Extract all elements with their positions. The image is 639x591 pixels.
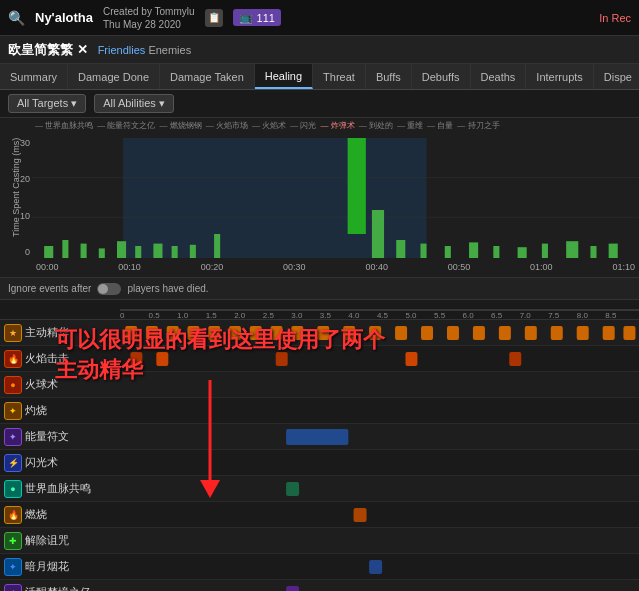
- svg-rect-15: [396, 240, 405, 258]
- legend-label-8: — 重维: [397, 120, 423, 131]
- svg-rect-24: [609, 244, 618, 258]
- nav-tabs: Summary Damage Done Damage Taken Healing…: [0, 64, 639, 90]
- svg-rect-18: [469, 242, 478, 258]
- ability-icon-2: ●: [4, 376, 22, 394]
- ignore-toggle[interactable]: [97, 283, 121, 295]
- ability-row-6: ● 世界血脉共鸣: [0, 476, 639, 502]
- svg-rect-73: [354, 508, 367, 522]
- timeline-events-10: [120, 580, 639, 591]
- tab-healing[interactable]: Healing: [255, 64, 313, 89]
- svg-rect-48: [208, 326, 220, 340]
- ability-icon-9: ✦: [4, 558, 22, 576]
- svg-text:7.0: 7.0: [520, 311, 532, 320]
- all-targets-btn[interactable]: All Targets ▾: [8, 94, 86, 113]
- svg-rect-71: [286, 429, 348, 445]
- ability-name-2: 火球术: [25, 377, 120, 392]
- svg-rect-45: [146, 326, 158, 340]
- svg-rect-65: [623, 326, 635, 340]
- x-axis: 00:00 00:10 00:20 00:30 00:40 00:50 01:0…: [32, 257, 639, 277]
- legend-label-6: — 炸弹术: [320, 120, 354, 131]
- svg-text:4.0: 4.0: [348, 311, 360, 320]
- ability-timeline-10: [120, 580, 639, 591]
- svg-rect-9: [153, 244, 162, 258]
- ability-icon-3: ✦: [4, 402, 22, 420]
- all-abilities-btn[interactable]: All Abilities ▾: [94, 94, 174, 113]
- x-tick-6: 01:00: [530, 262, 553, 272]
- tab-buffs[interactable]: Buffs: [366, 64, 412, 89]
- tab-debuffs[interactable]: Debuffs: [412, 64, 471, 89]
- legend-label-9: — 自量: [427, 120, 453, 131]
- mode-selector: Friendlies Enemies: [98, 44, 192, 56]
- filter-bar: All Targets ▾ All Abilities ▾: [0, 90, 639, 118]
- ability-row-9: ✦ 暗月烟花: [0, 554, 639, 580]
- legend-label-5: — 闪光: [290, 120, 316, 131]
- svg-rect-21: [542, 244, 548, 258]
- svg-text:7.5: 7.5: [548, 311, 560, 320]
- svg-rect-69: [405, 352, 417, 366]
- svg-text:6.5: 6.5: [491, 311, 503, 320]
- ability-row-10: ◆ 活醒梦境之亿: [0, 580, 639, 591]
- x-tick-2: 00:20: [201, 262, 224, 272]
- friendlies-tab[interactable]: Friendlies: [98, 44, 146, 56]
- y-tick-30: 30: [20, 138, 30, 148]
- svg-text:2.5: 2.5: [263, 311, 275, 320]
- legend-label-2: — 燃烧钢钢: [159, 120, 201, 131]
- ability-timeline-0: [120, 320, 639, 345]
- svg-text:3.5: 3.5: [320, 311, 332, 320]
- svg-rect-46: [167, 326, 179, 340]
- title-bar: 欧皇简繁繁 ✕ Friendlies Enemies: [0, 36, 639, 64]
- svg-rect-52: [291, 326, 303, 340]
- legend-label-7: — 到处的: [359, 120, 393, 131]
- y-tick-10: 10: [20, 211, 30, 221]
- ability-icon-0: ★: [4, 324, 22, 342]
- ignore-text2: players have died.: [127, 283, 208, 294]
- tab-interrupts[interactable]: Interrupts: [526, 64, 593, 89]
- tab-summary[interactable]: Summary: [0, 64, 68, 89]
- svg-text:8.5: 8.5: [605, 311, 617, 320]
- svg-rect-61: [525, 326, 537, 340]
- tab-damage-done[interactable]: Damage Done: [68, 64, 160, 89]
- y-tick-20: 20: [20, 174, 30, 184]
- svg-rect-75: [286, 586, 299, 591]
- ability-name-3: 灼烧: [25, 403, 120, 418]
- svg-rect-66: [130, 352, 142, 366]
- creator-info: Created by Tommylu Thu May 28 2020: [103, 5, 195, 31]
- x-tick-5: 00:50: [448, 262, 471, 272]
- copy-icon[interactable]: 📋: [205, 9, 223, 27]
- x-tick-7: 01:10: [612, 262, 635, 272]
- search-icon[interactable]: 🔍: [8, 10, 25, 26]
- timeline-events-1: [120, 346, 639, 371]
- in-rec-label: In Rec: [599, 12, 631, 24]
- ability-row-2: ● 火球术: [0, 372, 639, 398]
- twitch-badge[interactable]: 📺 111: [233, 9, 281, 26]
- ability-row-1: 🔥 火焰击击: [0, 346, 639, 372]
- legend-label-10: — 持刀之手: [457, 120, 499, 131]
- legend-label-1: — 能量符文之亿: [97, 120, 155, 131]
- svg-rect-22: [566, 241, 578, 258]
- ability-timeline-2: [120, 372, 639, 397]
- ability-rows: ★ 主动精华: [0, 320, 639, 591]
- svg-rect-56: [395, 326, 407, 340]
- tab-damage-taken[interactable]: Damage Taken: [160, 64, 255, 89]
- ability-name-10: 活醒梦境之亿: [25, 585, 120, 591]
- ability-timeline-6: [120, 476, 639, 501]
- tab-deaths[interactable]: Deaths: [471, 64, 527, 89]
- svg-rect-68: [276, 352, 288, 366]
- ability-timeline-7: [120, 502, 639, 527]
- ability-name-1: 火焰击击: [25, 351, 120, 366]
- raid-name: 欧皇简繁繁 ✕: [8, 41, 88, 59]
- svg-rect-67: [156, 352, 168, 366]
- ability-timeline-3: [120, 398, 639, 423]
- enemies-tab[interactable]: Enemies: [148, 44, 191, 56]
- ability-icon-6: ●: [4, 480, 22, 498]
- svg-text:0: 0: [120, 311, 125, 320]
- chart-legend: — 世界血脉共鸣 — 能量符文之亿 — 燃烧钢钢 — 火焰市场 — 火焰术 — …: [35, 120, 639, 131]
- svg-rect-50: [250, 326, 262, 340]
- tab-threat[interactable]: Threat: [313, 64, 366, 89]
- x-tick-3: 00:30: [283, 262, 306, 272]
- ability-row-4: ✦ 能量符文: [0, 424, 639, 450]
- tab-dispe[interactable]: Dispe: [594, 64, 639, 89]
- svg-rect-12: [214, 234, 220, 258]
- svg-text:1.5: 1.5: [206, 311, 218, 320]
- svg-rect-62: [551, 326, 563, 340]
